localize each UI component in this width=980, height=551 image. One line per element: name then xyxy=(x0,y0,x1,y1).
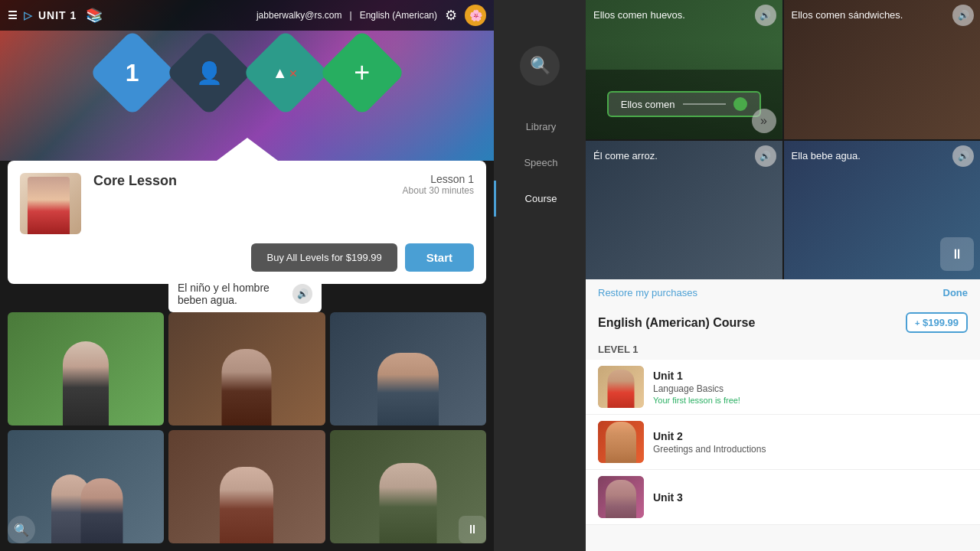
card-3-label: Él come arroz. xyxy=(593,148,658,162)
image-card-2[interactable]: Ellos comen sándwiches. 🔊 xyxy=(784,0,981,139)
card-1-label: Ellos comen huevos. xyxy=(593,8,685,21)
lesson-number: Lesson 1 xyxy=(403,173,474,185)
language-label: English (American) xyxy=(360,10,437,21)
recording-bar: Ellos comen xyxy=(607,91,761,117)
level-header: LEVEL 1 xyxy=(586,339,980,360)
card-2-speaker[interactable]: 🔊 xyxy=(952,5,974,26)
core-lesson-title: Core Lesson xyxy=(93,173,390,189)
search-icon: 🔍 xyxy=(14,523,29,537)
store-section: Restore my purchases Done English (Ameri… xyxy=(586,279,980,551)
unit-1-thumbnail xyxy=(598,366,644,408)
exercise-text: El niño y el hombre beben agua. xyxy=(178,282,286,306)
plus-symbol: + xyxy=(354,57,370,89)
hamburger-icon[interactable]: ☰ xyxy=(8,9,18,21)
restore-purchases-link[interactable]: Restore my purchases xyxy=(598,287,697,298)
nav-item-speech[interactable]: Speech xyxy=(494,145,586,181)
image-card-1[interactable]: Ellos comen huevos. 🔊 Ellos comen » xyxy=(586,0,782,139)
nav-item-library[interactable]: Library xyxy=(494,109,586,145)
unit-2-thumbnail xyxy=(598,421,644,463)
lesson-meta: Lesson 1 About 30 minutes xyxy=(403,173,474,196)
exercise-section: El niño y el hombre beben agua. 🔊 xyxy=(0,276,494,551)
hero-icons-row: 1 👤 ▲✕ + xyxy=(0,42,494,103)
recording-text: Ellos comen xyxy=(621,99,675,110)
photo-cell-5[interactable] xyxy=(168,430,325,543)
nav-item-course[interactable]: Course xyxy=(494,181,586,217)
library-nav-label: Library xyxy=(526,121,557,132)
store-header: Restore my purchases Done xyxy=(586,279,980,306)
photo-cell-1[interactable] xyxy=(8,312,164,425)
shapes-symbol: ▲✕ xyxy=(273,64,299,81)
speaker-icon: 🔊 xyxy=(297,289,309,299)
course-title: English (American) Course xyxy=(598,316,755,330)
pause-icon: ⏸ xyxy=(466,523,479,536)
card-3-speaker[interactable]: 🔊 xyxy=(755,145,776,167)
hero-notch xyxy=(217,138,278,161)
core-lesson-card: Core Lesson Lesson 1 About 30 minutes Bu… xyxy=(8,161,486,284)
left-panel: ☰ ▷ UNIT 1 📚 jabberwalky@rs.com | Englis… xyxy=(0,0,494,551)
right-pause-button[interactable]: ⏸ xyxy=(940,237,974,271)
exercise-speaker-button[interactable]: 🔊 xyxy=(292,284,312,304)
right-pause-icon: ⏸ xyxy=(950,246,964,262)
user-email: jabberwalky@rs.com xyxy=(256,10,342,21)
unit-row-1[interactable]: Unit 1 Language Basics Your first lesson… xyxy=(586,360,980,415)
back-arrow-icon[interactable]: ▷ xyxy=(24,9,32,21)
lesson-duration: About 30 minutes xyxy=(403,185,474,196)
photo-cell-2[interactable] xyxy=(168,312,325,425)
core-lesson-info: Core Lesson xyxy=(93,173,390,189)
card-1-speaker[interactable]: 🔊 xyxy=(755,5,776,26)
unit-1-name: Unit 1 xyxy=(653,370,968,382)
center-nav-panel: 🔍 Library Speech Course xyxy=(494,0,586,551)
exercise-photo-grid xyxy=(8,312,486,543)
diamond-icon-1[interactable]: 1 xyxy=(89,29,175,116)
card-4-speaker[interactable]: 🔊 xyxy=(952,145,974,167)
thumbnail-girl xyxy=(28,177,70,234)
unit-3-info: Unit 3 xyxy=(653,491,968,504)
separator: | xyxy=(350,10,352,21)
course-nav-label: Course xyxy=(525,193,557,204)
unit-1-subtitle: Language Basics xyxy=(653,383,968,394)
lesson-thumbnail xyxy=(20,173,81,234)
unit-2-subtitle: Greetings and Introductions xyxy=(653,444,968,455)
photo-cell-3[interactable] xyxy=(330,312,486,425)
search-large-icon: 🔍 xyxy=(530,56,550,76)
diamond-number: 1 xyxy=(126,58,139,86)
unit-1-info: Unit 1 Language Basics Your first lesson… xyxy=(653,370,968,405)
speech-nav-label: Speech xyxy=(524,157,557,168)
unit-2-info: Unit 2 Greetings and Introductions xyxy=(653,430,968,455)
course-price-badge[interactable]: + $199.99 xyxy=(906,312,968,333)
buy-all-levels-button[interactable]: Buy All Levels for $199.99 xyxy=(251,243,397,272)
search-circle-button[interactable]: 🔍 xyxy=(520,46,560,86)
diamond-icon-person[interactable]: 👤 xyxy=(165,29,252,116)
right-panel: Ellos comen huevos. 🔊 Ellos comen » xyxy=(586,0,980,551)
bottom-search-button[interactable]: 🔍 xyxy=(8,516,35,543)
price-plus: + xyxy=(915,318,920,328)
top-bar-left: ☰ ▷ UNIT 1 📚 xyxy=(8,7,103,24)
unit-1-free: Your first lesson is free! xyxy=(653,396,968,405)
library-icon[interactable]: 📚 xyxy=(86,7,103,24)
start-button[interactable]: Start xyxy=(405,243,474,272)
diamond-icon-shapes[interactable]: ▲✕ xyxy=(242,29,328,116)
top-bar-right: jabberwalky@rs.com | English (American) … xyxy=(256,5,486,26)
core-lesson-top: Core Lesson Lesson 1 About 30 minutes xyxy=(20,173,474,234)
image-cards-grid: Ellos comen huevos. 🔊 Ellos comen » xyxy=(586,0,980,279)
unit-title: UNIT 1 xyxy=(38,9,77,21)
person-symbol: 👤 xyxy=(195,60,222,86)
card-4-label: Ella bebe agua. xyxy=(792,148,861,162)
bottom-pause-button[interactable]: ⏸ xyxy=(459,516,486,543)
image-card-3[interactable]: Él come arroz. 🔊 xyxy=(586,141,782,280)
card-2-label: Ellos comen sándwiches. xyxy=(792,8,903,21)
exercise-caption: El niño y el hombre beben agua. 🔊 xyxy=(168,276,322,312)
lesson-actions: Buy All Levels for $199.99 Start xyxy=(20,243,474,272)
rosetta-badge[interactable]: 🌸 xyxy=(465,5,486,26)
top-bar: ☰ ▷ UNIT 1 📚 jabberwalky@rs.com | Englis… xyxy=(0,0,494,31)
gear-icon[interactable]: ⚙ xyxy=(445,7,457,24)
unit-row-2[interactable]: Unit 2 Greetings and Introductions xyxy=(586,415,980,470)
unit-3-name: Unit 3 xyxy=(653,491,968,504)
course-title-row: English (American) Course + $199.99 xyxy=(586,306,980,339)
unit-row-3[interactable]: Unit 3 xyxy=(586,470,980,525)
unit-3-thumbnail xyxy=(598,476,644,518)
next-arrow-button[interactable]: » xyxy=(752,109,776,133)
recording-active-dot xyxy=(733,97,747,111)
done-button[interactable]: Done xyxy=(943,287,969,298)
diamond-icon-plus[interactable]: + xyxy=(318,29,405,116)
